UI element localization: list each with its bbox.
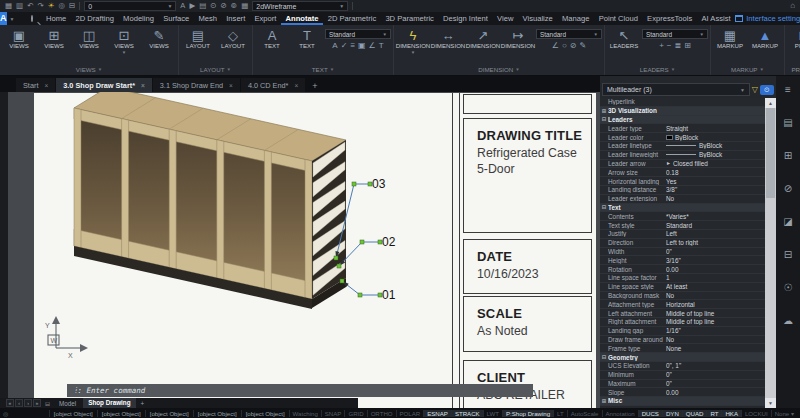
status-field[interactable]: [object Object] (241, 410, 289, 417)
property-row[interactable]: Hyperlink (600, 98, 765, 107)
property-row[interactable]: Line space style At least (600, 283, 765, 292)
layout-list-icon[interactable]: ⊟ (43, 400, 52, 407)
property-value[interactable]: 3/8" (666, 186, 765, 193)
property-row[interactable]: Horizontal landing Yes (600, 177, 765, 186)
ribbon-tab[interactable]: Insert (222, 12, 250, 25)
property-row[interactable]: Frame type None (600, 344, 765, 353)
property-row[interactable]: Leader color ByBlock (600, 133, 765, 142)
property-value[interactable]: Left (666, 230, 765, 237)
aligned-dimension-button[interactable]: ↗ DIMENSION ▼ (466, 27, 500, 56)
close-icon[interactable]: × (141, 82, 145, 89)
refrigerated-case-model[interactable] (74, 92, 346, 309)
property-row[interactable]: Landing distance 3/8" (600, 186, 765, 195)
category-expander-icon[interactable]: ⊟ (600, 354, 608, 360)
dimension-button[interactable]: ϟ DIMENSION ▼ (396, 27, 430, 56)
interface-settings-link[interactable]: Interface settings (735, 14, 800, 23)
lights-panel-icon[interactable]: ☉ (784, 282, 793, 293)
status-toggle[interactable]: P:Shop Drawing (502, 410, 553, 417)
leader-label-03[interactable]: 03 (372, 177, 386, 191)
oblique-angle-icon[interactable]: ∠ (369, 41, 376, 51)
drawing-viewport[interactable]: 03 02 01 Y W X (0, 92, 600, 408)
ribbon-tab[interactable]: 2D Drafting (71, 12, 119, 25)
property-row[interactable]: Leader type Straight (600, 124, 765, 133)
add-delete-scales-button[interactable]: ▲ MARKUP ▼ (748, 27, 782, 50)
diameter-dimension-icon[interactable]: ⊘ (570, 41, 577, 51)
scroll-down-icon[interactable]: ▼ (765, 398, 776, 408)
property-row[interactable]: Leader arrow Closed filled (600, 160, 765, 169)
status-field[interactable]: [object Object] (193, 410, 241, 417)
property-value[interactable]: 0.00 (666, 266, 765, 273)
model-tab[interactable]: Model (54, 400, 81, 407)
status-toggle[interactable]: HKA (721, 410, 741, 417)
property-row[interactable]: Left attachment Middle of top line (600, 309, 765, 318)
status-toggle[interactable]: Annotation (602, 410, 638, 417)
ribbon-tab[interactable]: View (492, 12, 518, 25)
status-toggle[interactable]: Watching (289, 410, 321, 417)
property-row[interactable]: ⊟ Leaders (600, 116, 765, 125)
property-row[interactable]: Line space factor 1 (600, 274, 765, 283)
property-value[interactable]: 1/16" (666, 327, 765, 334)
paper-space-views-button[interactable]: ▤ LAYOUT ▼ (181, 27, 215, 50)
property-value[interactable]: Closed filled (673, 160, 765, 167)
add-leader-icon[interactable]: + (659, 41, 664, 51)
new-document-tab-button[interactable]: + (306, 81, 323, 92)
layer-dropdown[interactable]: 0 ▼ (84, 1, 176, 11)
grid-icon[interactable]: ▦ (5, 0, 12, 12)
property-value[interactable]: ByBlock (699, 142, 765, 149)
panel-scrollbar[interactable]: ▲ ▼ (765, 98, 776, 408)
scrollbar-thumb[interactable] (766, 108, 775, 198)
property-row[interactable]: Contents *Varies* (600, 212, 765, 221)
hide-icon[interactable]: ⊘ (221, 0, 227, 12)
status-toggle[interactable]: QUAD (682, 410, 707, 417)
status-toggle[interactable]: ORTHO (367, 410, 396, 417)
category-expander-icon[interactable]: ⊞ (600, 398, 608, 404)
category-expander-icon[interactable]: ⊞ (600, 108, 608, 114)
status-field[interactable]: [object Object] (97, 410, 145, 417)
ribbon-tab[interactable]: Visualize (518, 12, 557, 25)
last-layout-icon[interactable]: » (33, 399, 41, 407)
leader-label-02[interactable]: 02 (382, 235, 396, 249)
redo-icon[interactable]: ↷ (37, 0, 43, 12)
property-row[interactable]: Minimum 0" (600, 371, 765, 380)
status-toggle[interactable]: RT (706, 410, 721, 417)
first-layout-icon[interactable]: « (6, 399, 14, 407)
bulb-icon[interactable]: ☀ (48, 0, 55, 12)
ribbon-group-label[interactable]: DIMENSION▼ (396, 64, 602, 75)
multileader-button[interactable]: ↖ LEADERS ▼ (607, 27, 641, 50)
close-icon[interactable]: × (44, 82, 48, 89)
layer-state-icon[interactable]: ▤ (199, 0, 206, 12)
text-style-icon[interactable]: A (180, 0, 185, 12)
isolate-icon[interactable]: ⊙ (210, 0, 216, 12)
property-row[interactable]: Maximum 0" (600, 380, 765, 389)
target-icon[interactable]: ◎ (59, 0, 66, 12)
property-value[interactable]: 0", 1" (666, 362, 765, 369)
print-icon[interactable]: ⊟ (69, 0, 75, 12)
print-button[interactable]: ⊟ PRINT ▼ (787, 27, 800, 50)
base-views-button[interactable]: ▣ VIEWS ▼ (2, 27, 36, 56)
ribbon-group-label[interactable]: TEXT▼ (255, 64, 391, 75)
property-row[interactable]: Text style Standard (600, 221, 765, 230)
category-expander-icon[interactable]: ⊟ (600, 204, 608, 210)
layout-tab-shop-drawing[interactable]: Shop Drawing (83, 398, 135, 408)
spell-check-icon[interactable]: ✓ (341, 41, 348, 51)
property-value[interactable]: 0" (666, 248, 765, 255)
property-row[interactable]: Leader lineweight ByBlock (600, 151, 765, 160)
status-toggle[interactable]: DYN (662, 410, 682, 417)
ribbon-tab[interactable]: Manage (557, 12, 594, 25)
chevron-down-icon[interactable]: ▼ (7, 16, 18, 22)
property-row[interactable]: Justify Left (600, 230, 765, 239)
property-row[interactable]: Leader linetype ByBlock (600, 142, 765, 151)
status-toggle[interactable]: LWT (483, 410, 502, 417)
style-dropdown[interactable]: Standard ▼ (536, 29, 602, 39)
ribbon-tab[interactable]: 3D Parametric (381, 12, 439, 25)
visual-style-dropdown[interactable]: 2dWireframe ▼ (252, 1, 348, 11)
document-tab[interactable]: 3.1 Shop Draw End × (153, 78, 240, 92)
projected-views-button[interactable]: ⊞ VIEWS ▼ (37, 27, 71, 56)
status-toggle[interactable]: AutoScale (567, 410, 602, 417)
status-toggle[interactable]: LT (553, 410, 567, 417)
status-toggle[interactable]: DUCS (638, 410, 662, 417)
property-value[interactable]: 0.18 (666, 169, 765, 176)
property-value[interactable]: Middle of top line (666, 318, 765, 325)
ribbon-tab[interactable]: Design Intent (439, 12, 493, 25)
property-row[interactable]: UCS Elevation 0", 1" (600, 362, 765, 371)
